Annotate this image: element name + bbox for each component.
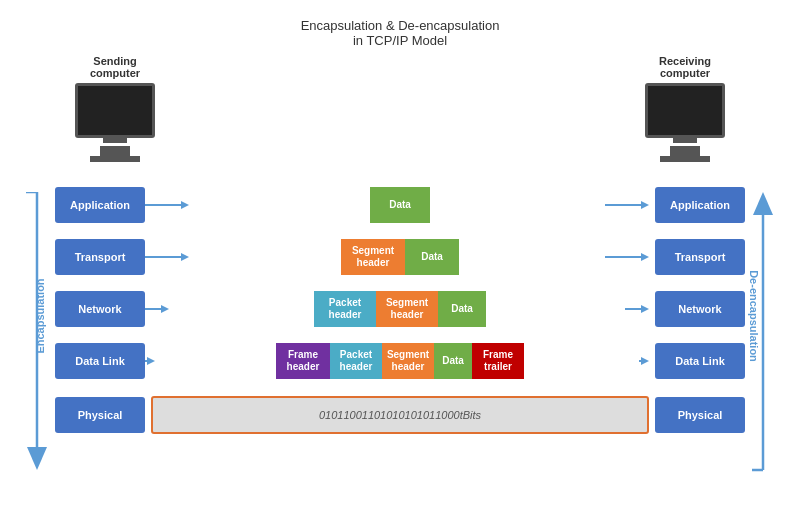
datalink-left: Data Link	[55, 343, 145, 379]
svg-marker-8	[181, 201, 189, 209]
network-middle: Packetheader Segmentheader Data	[175, 291, 625, 327]
sending-stand	[100, 146, 130, 156]
app-arrow	[145, 200, 195, 210]
receiving-label: Receivingcomputer	[659, 55, 711, 79]
network-right: Network	[655, 291, 745, 327]
layers-area: Application Data Application Transport	[55, 185, 745, 437]
segment-header-box: Segmentheader	[341, 239, 405, 275]
network-arrow-right	[625, 304, 655, 314]
svg-marker-18	[641, 305, 649, 313]
application-middle: Data	[195, 187, 605, 223]
datalink-middle: Frameheader Packetheader Segmentheader D…	[161, 343, 639, 379]
transport-data-box: Data	[405, 239, 459, 275]
network-arrow-left	[145, 304, 175, 314]
physical-bits: 01011001101010101011000tBits	[151, 396, 649, 434]
svg-marker-16	[161, 305, 169, 313]
receiving-stand	[670, 146, 700, 156]
encapsulation-label: Encapsulation	[34, 278, 46, 353]
frame-trailer-box: Frametrailer	[472, 343, 524, 379]
application-left: Application	[55, 187, 145, 223]
datalink-arrow-right	[639, 356, 655, 366]
datalink-packet-box: Packetheader	[330, 343, 382, 379]
datalink-row: Data Link Frameheader Packetheader Segme…	[55, 341, 745, 381]
deencapsulation-label: De-encapsulation	[748, 270, 760, 362]
transport-row: Transport Segmentheader Data Transport	[55, 237, 745, 277]
svg-marker-12	[181, 253, 189, 261]
packet-header-box: Packetheader	[314, 291, 376, 327]
receiving-computer: Receivingcomputer	[645, 55, 725, 162]
page-title: Encapsulation & De-encapsulation in TCP/…	[301, 18, 500, 48]
svg-marker-10	[641, 201, 649, 209]
sending-screen	[75, 83, 155, 138]
svg-marker-2	[27, 447, 47, 470]
datalink-right: Data Link	[655, 343, 745, 379]
sending-computer: Sendingcomputer	[75, 55, 155, 162]
physical-left: Physical	[55, 397, 145, 433]
app-arrow-right	[605, 200, 655, 210]
svg-marker-14	[641, 253, 649, 261]
application-right: Application	[655, 187, 745, 223]
datalink-segment-box: Segmentheader	[382, 343, 434, 379]
network-data-box: Data	[438, 291, 486, 327]
transport-arrow-left	[145, 252, 195, 262]
transport-left: Transport	[55, 239, 145, 275]
main-container: Encapsulation & De-encapsulation in TCP/…	[0, 0, 800, 515]
frame-header-box: Frameheader	[276, 343, 330, 379]
transport-arrow-right	[605, 252, 655, 262]
receiving-base	[660, 156, 710, 162]
transport-right: Transport	[655, 239, 745, 275]
physical-row: Physical 01011001101010101011000tBits Ph…	[55, 393, 745, 437]
receiving-screen	[645, 83, 725, 138]
network-segment-box: Segmentheader	[376, 291, 438, 327]
sending-label: Sendingcomputer	[90, 55, 140, 79]
network-row: Network Packetheader Segmentheader Data …	[55, 289, 745, 329]
datalink-arrow-left	[145, 356, 161, 366]
app-data-box: Data	[370, 187, 430, 223]
transport-middle: Segmentheader Data	[195, 239, 605, 275]
physical-right: Physical	[655, 397, 745, 433]
svg-marker-22	[641, 357, 649, 365]
datalink-data-box: Data	[434, 343, 472, 379]
sending-base	[90, 156, 140, 162]
network-left: Network	[55, 291, 145, 327]
svg-marker-5	[753, 192, 773, 215]
svg-marker-20	[147, 357, 155, 365]
application-row: Application Data Application	[55, 185, 745, 225]
